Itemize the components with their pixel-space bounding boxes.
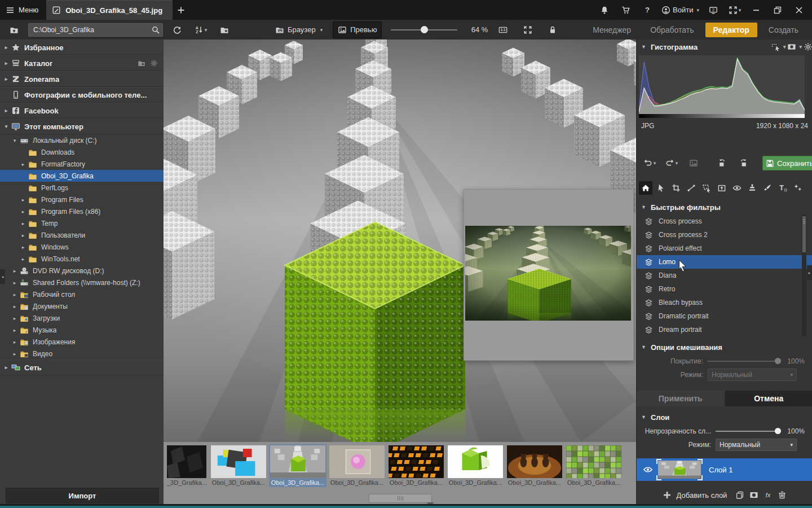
- coverage-slider[interactable]: [708, 361, 781, 362]
- tree-expand-icon[interactable]: ▸: [2, 76, 10, 82]
- add-layer-label[interactable]: Добавить слой: [677, 491, 727, 500]
- tool-straighten-button[interactable]: [685, 181, 698, 195]
- sidebar-item-program-files-x86[interactable]: ▸Program Files (x86): [0, 205, 164, 217]
- tree-expand-icon[interactable]: ▸: [19, 197, 27, 203]
- filter-item-polaroid-effect[interactable]: Polaroid effect: [637, 242, 812, 255]
- module-button-develop[interactable]: Обработать: [642, 23, 701, 37]
- rotate-right-button[interactable]: [734, 155, 753, 171]
- tool-selection-button[interactable]: [700, 181, 713, 195]
- tree-expand-icon[interactable]: ▸: [19, 233, 27, 238]
- help-button[interactable]: ?: [638, 2, 657, 18]
- filmstrip-thumb-1[interactable]: _3D_Grafika...: [166, 444, 208, 487]
- gear-icon[interactable]: [804, 42, 812, 51]
- module-button-editor[interactable]: Редактор: [705, 23, 757, 37]
- tree-expand-icon[interactable]: ▸: [11, 304, 19, 309]
- undo-button[interactable]: ▾: [640, 155, 659, 171]
- compare-image-button[interactable]: [684, 155, 703, 171]
- sidebar-item-facebook[interactable]: ▸Facebook: [0, 103, 164, 119]
- sidebar-item-windows[interactable]: ▸Windows: [0, 241, 164, 253]
- filter-item-cross-process-2[interactable]: Cross process 2: [637, 228, 812, 242]
- thumbnail-image[interactable]: [566, 445, 621, 478]
- tool-red-eye-button[interactable]: [730, 181, 744, 195]
- filter-item-diana[interactable]: Diana: [637, 269, 812, 282]
- tool-brush-button[interactable]: [761, 181, 774, 195]
- layer-item[interactable]: Слой 1: [637, 458, 812, 481]
- document-tab[interactable]: Oboi_3D_Grafika_58_45.jpg: [46, 0, 173, 20]
- sidebar-item-video[interactable]: ▸Видео: [0, 348, 164, 360]
- thumbnail-image[interactable]: [167, 445, 206, 478]
- save-button[interactable]: Сохранить ▾: [762, 156, 812, 170]
- notifications-button[interactable]: [595, 2, 614, 18]
- tree-expand-icon[interactable]: ▸: [2, 45, 10, 50]
- filter-item-dream-portrait[interactable]: Dream portrait: [637, 323, 812, 336]
- sidebar-item-downloads[interactable]: Downloads: [0, 146, 164, 158]
- preview-toggle[interactable]: Превью: [333, 21, 382, 38]
- main-menu-button[interactable]: Меню: [0, 0, 46, 20]
- layer-thumbnail[interactable]: [658, 461, 701, 479]
- sidebar-item-pictures[interactable]: ▸Изображения: [0, 336, 164, 348]
- thumbnail-image[interactable]: [270, 445, 325, 478]
- search-icon[interactable]: [151, 25, 160, 34]
- histogram-mask-icon[interactable]: [787, 42, 796, 51]
- fit-to-screen-button[interactable]: [518, 22, 537, 38]
- fullscreen-button[interactable]: ▾: [725, 2, 744, 18]
- second-display-button[interactable]: 2: [704, 2, 723, 18]
- folder-up-button[interactable]: [5, 22, 24, 38]
- filters-scrollbar-thumb[interactable]: [802, 216, 806, 252]
- folder-plus-icon[interactable]: [138, 59, 145, 67]
- browser-toggle[interactable]: Браузер ▾: [271, 22, 327, 38]
- rotate-left-button[interactable]: [712, 155, 731, 171]
- tree-expand-icon[interactable]: ▸: [11, 280, 19, 286]
- sidebar-item-oboi-3d-grafika[interactable]: Oboi_3D_Grafika: [0, 170, 164, 182]
- delete-layer-icon[interactable]: [778, 491, 787, 500]
- close-button[interactable]: [789, 2, 809, 18]
- thumbnail-image[interactable]: [329, 445, 385, 478]
- left-panel-collapse-arrow[interactable]: ◂: [0, 269, 5, 284]
- apply-button[interactable]: Применить: [637, 391, 725, 406]
- filmstrip-thumb-8[interactable]: Oboi_3D_Grafika...: [565, 444, 623, 487]
- minimize-button[interactable]: [747, 2, 766, 18]
- tree-expand-icon[interactable]: ▸: [19, 221, 27, 226]
- layer-opacity-knob[interactable]: [775, 428, 781, 434]
- sidebar-item-zonerama[interactable]: ▸Zonerama: [0, 71, 164, 87]
- sidebar-item-shared-folders-z[interactable]: ▸Shared Folders (\\vmware-host) (Z:): [0, 277, 164, 288]
- editor-canvas[interactable]: [164, 40, 636, 442]
- sidebar-item-favorites[interactable]: ▸Избранное: [0, 40, 164, 55]
- new-tab-button[interactable]: [173, 0, 189, 20]
- redo-button[interactable]: ▾: [662, 155, 681, 171]
- layers-header[interactable]: ▼ Слои: [637, 410, 812, 424]
- sidebar-item-wintools[interactable]: ▸WinTools.net: [0, 253, 164, 265]
- module-button-manager[interactable]: Менеджер: [585, 23, 639, 37]
- sidebar-item-formatfactory[interactable]: ▸FormatFactory: [0, 158, 164, 170]
- sidebar-item-temp[interactable]: ▸Temp: [0, 217, 164, 229]
- tool-crop-button[interactable]: [669, 181, 683, 195]
- restore-button[interactable]: [768, 2, 787, 18]
- tree-expand-icon[interactable]: ▸: [19, 209, 27, 214]
- sidebar-item-program-files[interactable]: ▸Program Files: [0, 194, 164, 205]
- sidebar-item-perflogs[interactable]: PerfLogs: [0, 182, 164, 194]
- zoom-slider-knob[interactable]: [421, 26, 428, 33]
- refresh-button[interactable]: [167, 22, 187, 38]
- filmstrip-thumb-6[interactable]: Oboi_3D_Grafika...: [447, 444, 504, 487]
- sidebar-item-local-disk-c[interactable]: ▾Локальный диск (C:): [0, 134, 164, 146]
- filmstrip-thumb-2[interactable]: Oboi_3D_Grafika...: [210, 444, 267, 487]
- right-panel-collapse-arrow[interactable]: ▸: [807, 265, 812, 280]
- tool-move-button[interactable]: [654, 181, 668, 195]
- blending-header[interactable]: ▼ Опции смешивания: [637, 340, 812, 354]
- tree-expand-icon[interactable]: ▸: [11, 292, 19, 297]
- filter-item-bleach-bypass[interactable]: Bleach bypass: [637, 296, 812, 309]
- tree-expand-icon[interactable]: ▸: [19, 161, 27, 167]
- import-button[interactable]: Импорт: [6, 488, 159, 503]
- tree-expand-icon[interactable]: ▾: [11, 138, 19, 143]
- filter-item-lomo[interactable]: Lomo: [637, 255, 812, 269]
- tool-text-button[interactable]: TΩ: [776, 181, 789, 195]
- filmstrip-thumb-7[interactable]: Oboi_3D_Grafika...: [506, 444, 563, 487]
- path-input[interactable]: C:\Oboi_3D_Grafika: [28, 23, 163, 37]
- layer-mask-icon[interactable]: [749, 491, 758, 500]
- tool-effects-button[interactable]: [791, 181, 805, 195]
- sidebar-item-music[interactable]: ▸♪Музыка: [0, 324, 164, 336]
- blend-mode-dropdown[interactable]: Нормальный ▾: [708, 369, 797, 381]
- filter-item-cross-process[interactable]: Cross process: [637, 214, 812, 228]
- filmstrip-thumb-4[interactable]: Oboi_3D_Grafika...: [328, 444, 386, 487]
- zoom-slider[interactable]: [391, 29, 457, 30]
